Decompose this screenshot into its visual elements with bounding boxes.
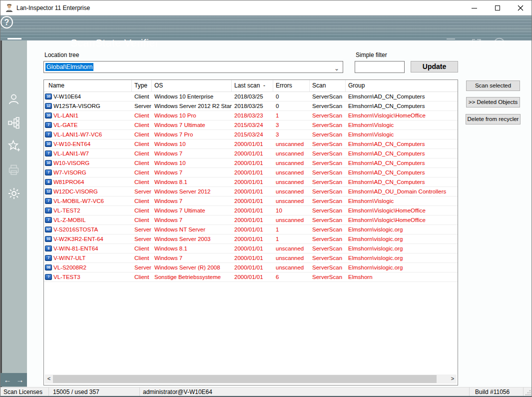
table-row[interactable]: 7VL-LANI1-W7ClientWindows 72000/01/01uns… [44, 149, 458, 158]
cell-errors: unscanned [273, 149, 310, 158]
forward-arrow-icon[interactable]: → [52, 36, 63, 50]
cell-os: Windows 10 Pro [152, 111, 232, 120]
cell-scan: ServerScan [310, 140, 346, 148]
table-row[interactable]: 7VL-Z-MOBILClientWindows 72000/01/01unsc… [44, 216, 458, 225]
table-row[interactable]: 10VL-LANI1ClientWindows 10 Pro2018/03/23… [44, 111, 458, 120]
cell-name: 7VL-MOBIL-W7-VC6 [44, 196, 132, 206]
sidebar-forward-icon[interactable]: → [16, 376, 24, 384]
os-badge-icon: 7 [45, 217, 52, 223]
cell-last-scan: 2000/01/01 [232, 225, 273, 234]
column-header-errors[interactable]: Errors [273, 80, 310, 92]
scroll-left-icon[interactable]: < [45, 374, 53, 384]
cell-type: Server [132, 187, 152, 196]
cell-scan: ServerScan [310, 216, 346, 224]
column-header-os[interactable]: OS [152, 80, 232, 92]
cell-os: Windows 7 Pro [152, 130, 232, 139]
column-header-scan[interactable]: Scan [310, 80, 346, 92]
os-badge-icon: 7 [45, 122, 52, 128]
scrollbar-thumb[interactable] [53, 375, 437, 383]
cell-scan: ServerScan [310, 158, 346, 168]
table-row[interactable]: 03V-W2K3R2-ENT-64ServerWindows Server 20… [44, 234, 458, 244]
minimize-icon [472, 8, 477, 8]
table-row[interactable]: 12W12DC-VISORGServerWindows Server 20122… [44, 187, 458, 196]
table-row[interactable]: ?VL-TEST3ClientSonstige Betriebssysteme2… [44, 272, 458, 282]
table-row[interactable]: 12W12STA-VISORGServerWindows Server 2012… [44, 102, 458, 111]
scroll-right-icon[interactable]: > [449, 374, 457, 384]
export-icon[interactable] [471, 38, 483, 50]
column-header-group[interactable]: Group [346, 80, 458, 92]
status-bar: Scan Licenses 15005 / used 357 administr… [0, 387, 532, 396]
cell-group: Elmshorn\vislogic.org [346, 244, 458, 253]
table-row[interactable]: 8V-WIN-81-ENT64ClientWindows 8.12000/01/… [44, 244, 458, 254]
cell-errors: unscanned [273, 254, 310, 262]
table-row[interactable]: NTV-S2016STOSTAServerWindows NT Server20… [44, 225, 458, 234]
table-row[interactable]: 7VL-MOBIL-W7-VC6ClientWindows 72000/01/0… [44, 196, 458, 206]
maximize-icon [495, 6, 500, 10]
cell-type: Server [132, 225, 152, 234]
history-clock-icon[interactable] [493, 37, 506, 50]
network-tree-icon[interactable] [7, 116, 20, 130]
table-row[interactable]: 7VL-TEST2ClientWindows 7 Ultimate2000/01… [44, 206, 458, 216]
cell-os: Windows Server 2003 [152, 234, 232, 244]
help-icon[interactable]: ? [0, 16, 13, 28]
cell-errors: unscanned [273, 187, 310, 196]
sidebar-back-icon[interactable]: ← [4, 376, 11, 384]
cell-scan: ServerScan [310, 234, 346, 244]
table-row[interactable]: 10W10-VISORGClientWindows 102000/01/01un… [44, 158, 458, 168]
resize-grip-icon[interactable] [525, 390, 531, 396]
cell-scan: ServerScan [310, 187, 346, 196]
cell-errors: 6 [273, 272, 310, 282]
column-header-name[interactable]: Name [44, 80, 132, 92]
delete-from-recycler-button[interactable]: Delete from recycler [466, 114, 521, 124]
cell-last-scan: 2000/01/01 [232, 272, 273, 282]
location-tree-combobox[interactable]: Global\Elmshorn ⌄ [43, 61, 343, 73]
star-add-icon[interactable] [7, 139, 21, 153]
cell-os: Windows 7 [152, 216, 232, 224]
maximize-button[interactable] [486, 0, 509, 16]
close-button[interactable] [509, 0, 532, 16]
table-row[interactable]: 7VL-LANI1-W7-VC6ClientWindows 7 Pro2015/… [44, 130, 458, 140]
deleted-objects-button[interactable]: >> Deleted Objects [466, 97, 520, 108]
cell-type: Client [132, 196, 152, 206]
cell-name: 7VL-GATE [44, 120, 132, 130]
cell-os: Windows 8.1 [152, 178, 232, 186]
table-row[interactable]: 8W81PRO64ClientWindows 8.12000/01/01unsc… [44, 178, 458, 187]
table-row[interactable]: 10V-W10-ENT64ClientWindows 102000/01/01u… [44, 140, 458, 149]
simple-filter-input[interactable] [355, 61, 405, 73]
column-header-type[interactable]: Type [132, 80, 152, 92]
cell-group: Elmshorn\AD_CN_Computers [346, 92, 458, 101]
os-badge-icon: 10 [45, 112, 52, 118]
cell-errors: unscanned [273, 263, 310, 272]
page-title: ScanState Verifier [70, 37, 159, 49]
simple-filter-label: Simple filter [356, 52, 387, 58]
cell-last-scan: 2000/01/01 [232, 196, 273, 206]
table-row[interactable]: 10V-W10E64ClientWindows 10 Enterprise201… [44, 92, 458, 102]
update-button[interactable]: Update [411, 61, 458, 72]
cell-last-scan: 2000/01/01 [232, 149, 273, 158]
cell-group: Elmshorn\Vislogic\HomeOffice [346, 111, 458, 120]
minimize-button[interactable] [463, 0, 486, 16]
column-header-last-scan[interactable]: Last scan - [232, 80, 273, 92]
scan-selected-button[interactable]: Scan selected [466, 80, 520, 91]
settings-gear-icon[interactable] [7, 186, 21, 200]
back-arrow-icon[interactable]: ← [33, 36, 44, 50]
cell-os: Windows 7 Ultimate [152, 120, 232, 130]
os-badge-icon: ? [45, 274, 52, 280]
cell-type: Client [132, 92, 152, 101]
table-row[interactable]: 7V-WIN7-ULTClientWindows 72000/01/01unsc… [44, 254, 458, 263]
message-log-icon[interactable] [446, 37, 461, 49]
cell-name: 7V-WIN7-ULT [44, 254, 132, 262]
table-row[interactable]: 7VL-GATEClientWindows 7 Ultimate2015/03/… [44, 120, 458, 130]
cell-scan: ServerScan [310, 206, 346, 215]
table-body: 10V-W10E64ClientWindows 10 Enterprise201… [44, 92, 458, 282]
scrollbar-track[interactable] [53, 374, 449, 384]
table-row[interactable]: 7W7-VISORGClientWindows 72000/01/01unsca… [44, 168, 458, 178]
cell-last-scan: 2000/01/01 [232, 216, 273, 224]
user-icon[interactable] [7, 92, 20, 106]
chevron-down-icon: ⌄ [334, 63, 339, 74]
table-row[interactable]: 08VL-S2008R2ServerWindows Server (R) 200… [44, 263, 458, 272]
horizontal-scrollbar[interactable]: < > [45, 374, 457, 384]
cell-name: NTV-S2016STOSTA [44, 225, 132, 234]
cell-os: Windows 7 [152, 168, 232, 177]
printer-icon[interactable] [7, 163, 20, 176]
